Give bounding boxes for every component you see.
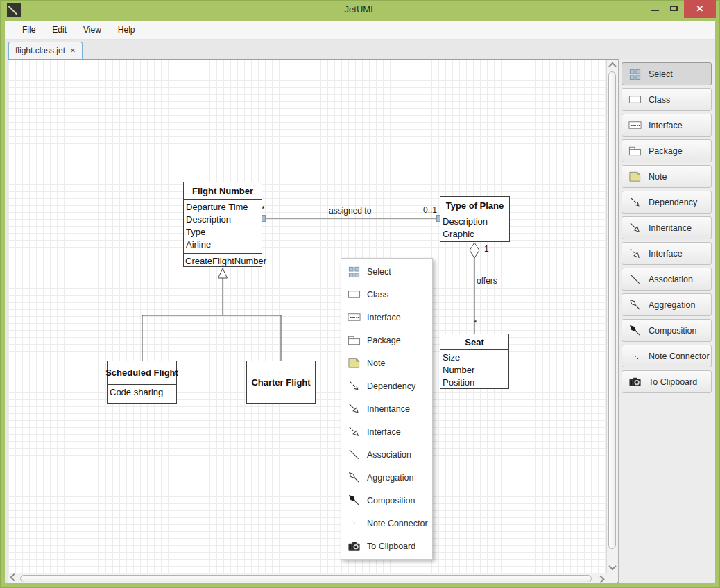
inheritance-arrowhead	[218, 268, 228, 278]
aggregation-end-label: *	[474, 318, 477, 328]
aggregation-start-label: 1	[484, 244, 489, 254]
scrollbar-corner	[606, 573, 617, 583]
scroll-up-button[interactable]	[607, 60, 617, 71]
package-icon	[348, 334, 361, 347]
class-icon	[348, 288, 361, 301]
tool-interface-edge[interactable]: Interface	[622, 242, 712, 265]
inheritance-icon	[628, 221, 642, 234]
horizontal-scrollbar[interactable]	[8, 573, 606, 583]
method: CreateFlightNumber	[185, 255, 260, 268]
class-name: Charter Flight	[251, 377, 310, 388]
note-icon	[348, 356, 361, 370]
interface-edge-icon	[348, 425, 361, 438]
scroll-left-button[interactable]	[8, 573, 19, 583]
context-menu-association[interactable]: Association	[341, 443, 432, 466]
context-menu-aggregation[interactable]: Aggregation	[341, 466, 432, 489]
package-icon	[628, 144, 642, 157]
dependency-icon	[628, 196, 642, 209]
menu-edit[interactable]: Edit	[44, 21, 75, 39]
menu-help[interactable]: Help	[110, 21, 144, 39]
tool-to-clipboard[interactable]: To Clipboard	[622, 370, 712, 393]
context-menu: Select Class Interface Package Note Depe…	[341, 258, 433, 560]
aggregation-middle-label: offers	[477, 276, 497, 286]
scroll-right-button[interactable]	[595, 573, 606, 583]
note-connector-icon	[628, 349, 642, 363]
class-flight-number[interactable]: Flight Number Departure Time Description…	[183, 182, 262, 267]
composition-icon	[348, 494, 361, 507]
context-menu-package[interactable]: Package	[341, 329, 432, 352]
minimize-button[interactable]	[645, 0, 665, 18]
inheritance-edge[interactable]	[142, 278, 281, 361]
context-menu-select[interactable]: Select	[341, 260, 432, 283]
note-icon	[628, 170, 642, 183]
camera-icon	[348, 539, 361, 553]
tool-interface-node[interactable]: Interface	[622, 114, 712, 137]
camera-icon	[628, 375, 642, 388]
tool-composition[interactable]: Composition	[622, 319, 712, 342]
dependency-icon	[348, 379, 361, 392]
horizontal-scroll-thumb[interactable]	[20, 575, 592, 582]
tab-flight-class-jet[interactable]: flight.class.jet ×	[8, 42, 83, 59]
scroll-down-button[interactable]	[607, 562, 617, 573]
association-icon	[348, 448, 361, 461]
class-attributes: Departure Time Description Type Airline	[184, 200, 262, 253]
tab-close-icon[interactable]: ×	[70, 46, 76, 55]
context-menu-note-connector[interactable]: Note Connector	[341, 512, 432, 535]
class-methods: CreateFlightNumber	[184, 253, 262, 269]
class-type-of-plane[interactable]: Type of Plane Description Graphic	[440, 196, 510, 242]
context-menu-dependency[interactable]: Dependency	[341, 374, 432, 397]
class-scheduled-flight[interactable]: Scheduled Flight Code sharing	[107, 361, 177, 404]
tool-inheritance[interactable]: Inheritance	[622, 216, 712, 239]
aggregation-icon	[628, 298, 642, 311]
context-menu-inheritance[interactable]: Inheritance	[341, 397, 432, 420]
interface-node-icon	[348, 311, 361, 324]
class-attributes: Code sharing	[108, 385, 176, 400]
tool-aggregation[interactable]: Aggregation	[622, 293, 712, 316]
class-charter-flight[interactable]: Charter Flight	[246, 361, 316, 404]
context-menu-to-clipboard[interactable]: To Clipboard	[341, 535, 432, 557]
vertical-scrollbar[interactable]	[606, 60, 617, 573]
attribute: Graphic	[443, 228, 507, 241]
tool-note-connector[interactable]: Note Connector	[622, 345, 712, 368]
tool-note[interactable]: Note	[622, 165, 712, 188]
tool-package[interactable]: Package	[622, 139, 712, 162]
class-name: Seat	[440, 334, 508, 350]
attribute: Type	[186, 226, 259, 239]
context-menu-class[interactable]: Class	[341, 283, 432, 306]
association-end-label: 0..1	[423, 205, 437, 215]
tool-select[interactable]: Select	[622, 62, 712, 85]
title-bar: JetUML ✕	[0, 0, 720, 21]
chevron-down-icon	[608, 562, 616, 570]
class-icon	[628, 93, 642, 106]
attribute: Description	[443, 216, 507, 228]
maximize-icon	[670, 6, 678, 11]
app-window: JetUML ✕ File Edit View Help flight.clas…	[0, 0, 720, 588]
note-connector-icon	[348, 517, 361, 530]
diagram-canvas[interactable]: Flight Number Departure Time Description…	[8, 60, 606, 573]
association-start-label: *	[262, 205, 265, 214]
close-button[interactable]: ✕	[684, 0, 716, 18]
maximize-button[interactable]	[665, 0, 684, 18]
interface-node-icon	[628, 119, 642, 132]
class-seat[interactable]: Seat Size Number Position	[440, 334, 509, 389]
association-middle-label: assigned to	[329, 206, 371, 216]
diagram-edges	[8, 60, 606, 573]
context-menu-composition[interactable]: Composition	[341, 489, 432, 512]
window-title: JetUML	[0, 0, 720, 21]
tool-dependency[interactable]: Dependency	[622, 191, 712, 214]
class-name: Type of Plane	[440, 197, 509, 214]
tool-association[interactable]: Association	[622, 268, 712, 291]
aggregation-diamond	[470, 243, 479, 258]
menu-file[interactable]: File	[14, 21, 44, 39]
tool-class[interactable]: Class	[622, 88, 712, 111]
menu-view[interactable]: View	[75, 21, 110, 39]
context-menu-interface-node[interactable]: Interface	[341, 306, 432, 329]
inheritance-icon	[348, 402, 361, 415]
class-attributes: Description Graphic	[440, 214, 509, 242]
vertical-scroll-thumb[interactable]	[608, 71, 616, 549]
attribute: Code sharing	[110, 386, 174, 399]
context-menu-note[interactable]: Note	[341, 352, 432, 374]
context-menu-interface-edge[interactable]: Interface	[341, 420, 432, 443]
select-icon	[628, 67, 642, 80]
composition-icon	[628, 324, 642, 337]
